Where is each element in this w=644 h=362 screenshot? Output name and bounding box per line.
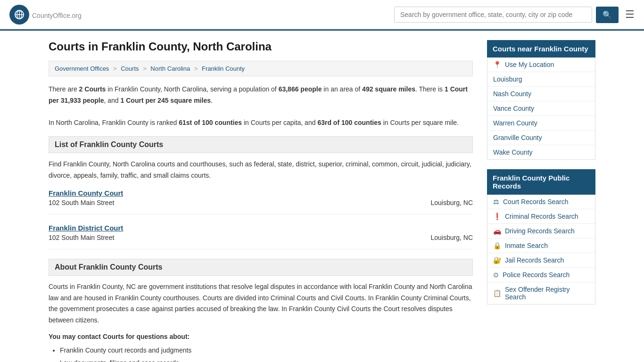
sex-offender-icon: 📋 bbox=[493, 289, 501, 297]
intro-text3: in an area of bbox=[322, 85, 362, 93]
about-text: Courts in Franklin County, NC are govern… bbox=[49, 281, 473, 326]
logo-icon bbox=[9, 5, 29, 25]
intro-per-area: 1 Court per 245 square miles bbox=[121, 97, 211, 104]
criminal-records-icon: ❗ bbox=[493, 213, 501, 220]
court-records-icon: ⚖ bbox=[493, 198, 499, 206]
list-section-header: List of Franklin County Courts bbox=[49, 136, 473, 153]
contact-item-2: Law documents, filings and case records bbox=[60, 357, 473, 362]
contact-list: Franklin County court records and judgme… bbox=[49, 344, 473, 362]
inmate-search-link[interactable]: Inmate Search bbox=[505, 242, 548, 249]
court-records-link[interactable]: Court Records Search bbox=[503, 198, 569, 206]
use-location-link[interactable]: Use My Location bbox=[505, 61, 554, 68]
breadcrumb-item-franklin[interactable]: Franklin County bbox=[202, 65, 245, 72]
nearby-courts-list: 📍 Use My Location Louisburg Nash County … bbox=[487, 58, 595, 160]
inmate-icon: 🔒 bbox=[493, 242, 501, 249]
court-details-1: 102 South Main Street Louisburg, NC bbox=[49, 199, 473, 206]
intro-rank-capita: 61st of 100 counties bbox=[179, 119, 242, 126]
nearby-link-wake[interactable]: Wake County bbox=[493, 148, 533, 156]
police-icon: ⊙ bbox=[493, 271, 499, 279]
logo-svg bbox=[13, 8, 26, 21]
record-item-sex-offender[interactable]: 📋 Sex Offender Registry Search bbox=[487, 282, 595, 304]
record-item-driving[interactable]: 🚗 Driving Records Search bbox=[487, 224, 595, 239]
search-input[interactable] bbox=[394, 7, 592, 23]
nearby-item-louisburg[interactable]: Louisburg bbox=[487, 72, 595, 87]
driving-records-icon: 🚗 bbox=[493, 227, 501, 235]
nearby-link-louisburg[interactable]: Louisburg bbox=[493, 75, 522, 83]
public-records-box: Franklin County Public Records ⚖ Court R… bbox=[487, 169, 595, 304]
court-details-2: 102 South Main Street Louisburg, NC bbox=[49, 234, 473, 241]
search-area: 🔍 ☰ bbox=[394, 7, 635, 23]
about-section-header: About Franklin County Courts bbox=[49, 259, 473, 276]
intro-text6: . bbox=[211, 97, 213, 104]
breadcrumb-item-gov[interactable]: Government Offices bbox=[55, 65, 109, 72]
intro-text1: There are bbox=[49, 85, 79, 93]
criminal-records-link[interactable]: Criminal Records Search bbox=[505, 213, 578, 220]
menu-button[interactable]: ☰ bbox=[625, 8, 635, 21]
logo-name: CountyOffice bbox=[32, 12, 70, 19]
nearby-link-vance[interactable]: Vance County bbox=[493, 105, 534, 112]
list-section-desc: Find Franklin County, North Carolina cou… bbox=[49, 159, 473, 181]
intro-population: 63,866 people bbox=[279, 85, 322, 93]
jail-records-link[interactable]: Jail Records Search bbox=[505, 256, 564, 264]
main-content: Courts in Franklin County, North Carolin… bbox=[49, 40, 473, 362]
driving-records-link[interactable]: Driving Records Search bbox=[505, 227, 575, 235]
jail-icon: 🔐 bbox=[493, 256, 501, 264]
breadcrumb-item-courts[interactable]: Courts bbox=[121, 65, 139, 72]
nearby-courts-box: Courts near Franklin County 📍 Use My Loc… bbox=[487, 40, 595, 160]
intro-text2: in Franklin County, North Carolina, serv… bbox=[106, 85, 278, 93]
court-address-2: 102 South Main Street bbox=[49, 234, 114, 241]
intro-ranking-text: In North Carolina, Franklin County is ra… bbox=[49, 119, 179, 126]
contact-item-1: Franklin County court records and judgme… bbox=[60, 344, 473, 357]
site-header: CountyOffice.org 🔍 ☰ bbox=[0, 0, 644, 31]
record-item-police[interactable]: ⊙ Police Records Search bbox=[487, 268, 595, 282]
sidebar: Courts near Franklin County 📍 Use My Loc… bbox=[487, 40, 595, 362]
court-name-1[interactable]: Franklin County Court bbox=[49, 189, 473, 197]
nearby-item-nash[interactable]: Nash County bbox=[487, 87, 595, 101]
record-item-jail[interactable]: 🔐 Jail Records Search bbox=[487, 253, 595, 268]
logo-suffix: .org bbox=[70, 12, 82, 19]
court-entry-1: Franklin County Court 102 South Main Str… bbox=[49, 189, 473, 214]
police-records-link[interactable]: Police Records Search bbox=[503, 271, 570, 279]
court-address-1: 102 South Main Street bbox=[49, 199, 114, 206]
intro-rank-area: 63rd of 100 counties bbox=[317, 119, 381, 126]
court-name-2[interactable]: Franklin District Court bbox=[49, 224, 473, 232]
breadcrumb-sep-1: > bbox=[113, 65, 117, 72]
nearby-item-wake[interactable]: Wake County bbox=[487, 145, 595, 159]
intro-text4: . There is bbox=[415, 85, 445, 93]
court-entry-2: Franklin District Court 102 South Main S… bbox=[49, 224, 473, 249]
intro-paragraph: There are 2 Courts in Franklin County, N… bbox=[49, 84, 473, 129]
use-location-item[interactable]: 📍 Use My Location bbox=[487, 58, 595, 72]
nearby-link-granville[interactable]: Granville County bbox=[493, 134, 542, 141]
intro-courts-count: 2 Courts bbox=[79, 85, 106, 93]
location-icon: 📍 bbox=[493, 61, 501, 68]
public-records-heading: Franklin County Public Records bbox=[487, 169, 595, 195]
page-container: Courts in Franklin County, North Carolin… bbox=[39, 31, 605, 362]
sex-offender-link[interactable]: Sex Offender Registry Search bbox=[505, 286, 589, 301]
record-item-criminal[interactable]: ❗ Criminal Records Search bbox=[487, 209, 595, 224]
record-item-court[interactable]: ⚖ Court Records Search bbox=[487, 195, 595, 209]
public-records-list: ⚖ Court Records Search ❗ Criminal Record… bbox=[487, 195, 595, 304]
nearby-item-warren[interactable]: Warren County bbox=[487, 116, 595, 131]
search-button[interactable]: 🔍 bbox=[596, 7, 619, 23]
intro-area: 492 square miles bbox=[362, 85, 415, 93]
page-title: Courts in Franklin County, North Carolin… bbox=[49, 40, 473, 53]
nearby-courts-heading: Courts near Franklin County bbox=[487, 40, 595, 58]
nearby-link-warren[interactable]: Warren County bbox=[493, 119, 537, 127]
nearby-link-nash[interactable]: Nash County bbox=[493, 90, 531, 98]
nearby-item-vance[interactable]: Vance County bbox=[487, 101, 595, 116]
contact-heading: You may contact Courts for questions abo… bbox=[49, 333, 473, 340]
breadcrumb-item-nc[interactable]: North Carolina bbox=[150, 65, 190, 72]
intro-text8: in Courts per square mile. bbox=[381, 119, 459, 126]
intro-text7: in Courts per capita, and bbox=[242, 119, 317, 126]
record-item-inmate[interactable]: 🔒 Inmate Search bbox=[487, 239, 595, 253]
breadcrumb-sep-3: > bbox=[194, 65, 198, 72]
logo-text[interactable]: CountyOffice.org bbox=[32, 9, 82, 20]
breadcrumb-sep-2: > bbox=[143, 65, 147, 72]
breadcrumb: Government Offices > Courts > North Caro… bbox=[49, 61, 473, 76]
court-citystate-1: Louisburg, NC bbox=[431, 199, 473, 206]
nearby-item-granville[interactable]: Granville County bbox=[487, 131, 595, 145]
intro-text5: , and bbox=[104, 97, 121, 104]
court-citystate-2: Louisburg, NC bbox=[431, 234, 473, 241]
logo-area: CountyOffice.org bbox=[9, 5, 82, 25]
